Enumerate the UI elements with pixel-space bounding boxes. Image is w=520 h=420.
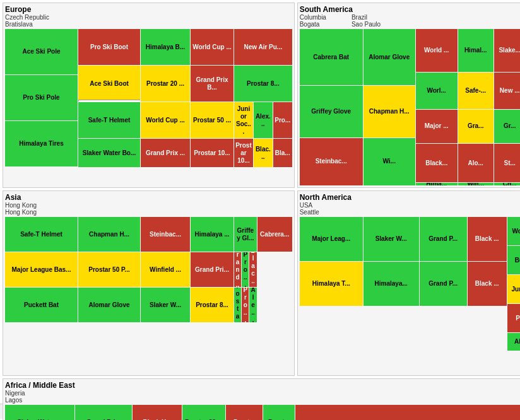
- list-item[interactable]: Grand Pri...: [75, 405, 132, 420]
- list-item[interactable]: Safe-T Helmet: [78, 102, 140, 138]
- list-item[interactable]: Bla...: [273, 139, 292, 167]
- list-item[interactable]: Blac...: [249, 252, 256, 287]
- list-item[interactable]: Alomar Glove: [78, 288, 140, 322]
- sa-sub4: Sao Paulo: [352, 21, 381, 28]
- list-item[interactable]: Himalaya ...: [191, 217, 233, 252]
- list-item[interactable]: Alomar Glove: [363, 29, 415, 85]
- list-item[interactable]: Pro...: [507, 304, 520, 332]
- list-item[interactable]: Alex...: [254, 102, 273, 138]
- list-item[interactable]: Black ...: [468, 217, 507, 261]
- list-item[interactable]: Winfield ...: [141, 252, 190, 287]
- list-item[interactable]: Himal...: [458, 29, 493, 72]
- list-item[interactable]: Himalaya B...: [141, 29, 190, 65]
- list-item[interactable]: Grand Prix B...: [191, 66, 233, 102]
- list-item[interactable]: Gr...: [494, 110, 520, 143]
- list-item[interactable]: Alex...: [507, 333, 520, 351]
- list-item[interactable]: Win...: [458, 183, 493, 185]
- list-item[interactable]: World ...: [416, 29, 458, 72]
- list-item[interactable]: Grand P...: [420, 262, 467, 306]
- africa-sub1: Nigeria: [5, 390, 520, 397]
- list-item[interactable]: Grand Prix ...: [141, 139, 190, 167]
- list-item[interactable]: Grand Pri...: [191, 252, 233, 287]
- list-item[interactable]: Himalaya...: [363, 262, 419, 306]
- list-item[interactable]: Major Leag...: [300, 217, 363, 261]
- list-item[interactable]: Prostar 10...: [191, 139, 233, 167]
- list-item[interactable]: Grand P...: [420, 217, 467, 261]
- list-item[interactable]: Chapman H...: [78, 217, 140, 252]
- list-item[interactable]: Black H...: [295, 405, 520, 420]
- list-item[interactable]: Safe-...: [458, 73, 493, 109]
- list-item[interactable]: Puckett Bat: [5, 288, 78, 322]
- list-item[interactable]: Cabrera Bat: [300, 29, 363, 85]
- list-item[interactable]: Chapman H...: [363, 86, 415, 137]
- list-item[interactable]: Prosta...: [234, 288, 241, 322]
- list-item[interactable]: Hima...: [416, 183, 458, 185]
- list-item[interactable]: Slaker W...: [141, 288, 190, 322]
- list-item[interactable]: Pro...: [242, 288, 249, 322]
- list-item[interactable]: Ace Ski Pole: [5, 29, 78, 74]
- list-item[interactable]: Prostar 50 ...: [191, 102, 233, 138]
- list-item[interactable]: Prost...: [263, 405, 295, 420]
- europe-treemap: Ace Ski Pole Pro Ski Pole Himalaya Tires…: [5, 29, 292, 185]
- list-item[interactable]: Prostar 8...: [234, 66, 292, 102]
- list-item[interactable]: Himalaya Tires: [5, 121, 78, 166]
- list-item[interactable]: Major ...: [416, 110, 458, 143]
- list-item[interactable]: Prostar 20 ...: [141, 66, 190, 102]
- list-item[interactable]: Steinbac...: [300, 138, 363, 185]
- list-item[interactable]: Prostar 20 ...: [182, 405, 225, 420]
- list-item[interactable]: World...: [507, 217, 520, 245]
- list-item[interactable]: Ale...: [249, 288, 256, 322]
- list-item[interactable]: Himalaya T...: [300, 262, 363, 306]
- europe-sub2: Bratislava: [5, 21, 292, 28]
- list-item[interactable]: Slake...: [494, 29, 520, 72]
- sa-title: South America: [300, 5, 520, 14]
- list-item[interactable]: Slaker W...: [363, 217, 419, 261]
- europe-sub1: Czech Republic: [5, 14, 292, 21]
- list-item[interactable]: Griffey Gl...: [234, 217, 257, 252]
- list-item[interactable]: Steinbac...: [141, 217, 190, 252]
- africa-sub2: Lagos: [5, 397, 520, 404]
- na-sub1: USA: [300, 202, 520, 209]
- list-item[interactable]: Pro Ski Pole: [5, 75, 78, 120]
- africa-treemap: Slaker Water ... Grand Prix Bi... Grand …: [5, 405, 520, 420]
- list-item[interactable]: Gra...: [458, 110, 493, 143]
- list-item[interactable]: Wi...: [363, 138, 415, 185]
- list-item[interactable]: Black...: [416, 144, 458, 182]
- list-item[interactable]: New ...: [494, 73, 520, 109]
- list-item[interactable]: Blac...: [254, 139, 273, 167]
- list-item[interactable]: Junior...: [507, 275, 520, 303]
- list-item[interactable]: Prost...: [226, 405, 263, 420]
- list-item[interactable]: Cabrera...: [257, 217, 292, 252]
- list-item[interactable]: Ch...: [494, 183, 520, 185]
- list-item[interactable]: Pro...: [273, 102, 292, 138]
- asia-panel: Asia Hong Kong Hong Kong Safe-T Helmet M…: [3, 190, 295, 376]
- sa-sub2: Bogata: [300, 21, 326, 28]
- list-item[interactable]: Pro Ski Boot: [78, 29, 140, 65]
- list-item[interactable]: Bun...: [507, 246, 520, 274]
- sa-sub3: Brazil: [352, 14, 381, 21]
- list-item[interactable]: Ace Ski Boot Amount in Stock: 300 Reorde…: [78, 66, 140, 102]
- list-item[interactable]: Pro...: [242, 252, 249, 287]
- list-item[interactable]: Alo...: [458, 144, 493, 182]
- list-item[interactable]: Junior Soc...: [234, 102, 253, 138]
- na-title: North America: [300, 193, 520, 202]
- list-item[interactable]: Prostar 8...: [191, 288, 233, 322]
- list-item[interactable]: Griffey Glove: [300, 86, 363, 137]
- list-item[interactable]: Prostar 10...: [234, 139, 253, 167]
- list-item[interactable]: Black H...: [133, 405, 182, 420]
- list-item[interactable]: Prostar 50 P...: [78, 252, 140, 287]
- list-item[interactable]: Grand...: [234, 252, 241, 287]
- na-sub2: Seattle: [300, 209, 520, 216]
- list-item[interactable]: St...: [494, 144, 520, 182]
- list-item[interactable]: Black ...: [468, 262, 507, 306]
- list-item[interactable]: Slaker Water ...: [5, 405, 74, 420]
- list-item[interactable]: Slaker Water Bo...: [78, 139, 140, 167]
- europe-panel: Europe Czech Republic Bratislava Ace Ski…: [3, 3, 295, 188]
- list-item[interactable]: Major League Bas...: [5, 252, 78, 287]
- list-item[interactable]: World Cup ...: [141, 102, 190, 138]
- list-item[interactable]: World Cup ...: [191, 29, 233, 65]
- asia-sub2: Hong Kong: [5, 209, 292, 216]
- list-item[interactable]: Safe-T Helmet: [5, 217, 78, 252]
- list-item[interactable]: New Air Pu...: [234, 29, 292, 65]
- list-item[interactable]: Worl...: [416, 73, 458, 109]
